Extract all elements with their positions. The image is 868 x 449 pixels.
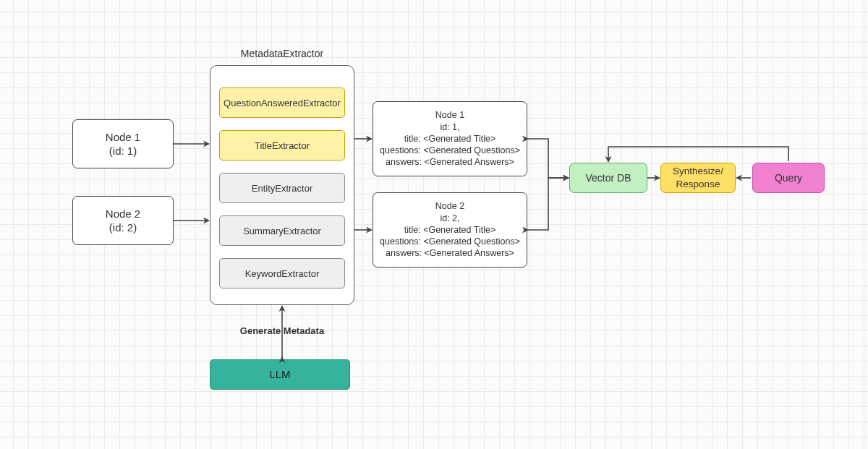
llm-box: LLM [210, 359, 350, 390]
output-node-2-answers: answers: <Generated Answers> [380, 247, 520, 259]
input-node-1-title: Node 1 [106, 130, 140, 145]
output-node-2-id: id: 2, [380, 213, 520, 224]
output-node-1-questions: questions: <Generated Questions> [380, 145, 520, 156]
vector-db-box: Vector DB [569, 163, 647, 193]
output-node-1: Node 1 id: 1, title: <Generated Title> q… [373, 101, 527, 176]
extractor-title: TitleExtractor [219, 130, 345, 161]
output-node-1-answers: answers: <Generated Answers> [380, 156, 520, 168]
output-node-2-questions: questions: <Generated Questions> [380, 236, 520, 247]
output-node-2-title: Node 2 [380, 200, 520, 212]
query-box: Query [752, 163, 825, 193]
input-node-2-id: (id: 2) [106, 221, 140, 235]
input-node-2: Node 2 (id: 2) [72, 196, 174, 245]
synth-line2: Response [673, 178, 723, 191]
input-node-1-id: (id: 1) [106, 144, 140, 158]
synthesize-response-box: Synthesize/ Response [660, 163, 736, 193]
extractor-entity: EntityExtractor [219, 173, 345, 203]
diagram-canvas: MetadataExtractor Node 1 (id: 1) Node 2 … [0, 0, 868, 449]
output-node-2-titleline: title: <Generated Title> [380, 224, 520, 236]
synth-line1: Synthesize/ [673, 165, 723, 178]
extractor-keyword: KeywordExtractor [219, 258, 345, 288]
extractor-question-answered: QuestionAnsweredExtractor [219, 87, 345, 118]
generate-metadata-label: Generate Metadata [210, 325, 354, 336]
output-node-2: Node 2 id: 2, title: <Generated Title> q… [373, 192, 527, 268]
output-node-1-title: Node 1 [380, 109, 520, 121]
metadata-extractor-title: MetadataExtractor [210, 48, 354, 59]
output-node-1-id: id: 1, [380, 121, 520, 133]
input-node-1: Node 1 (id: 1) [72, 119, 174, 168]
extractor-summary: SummaryExtractor [219, 215, 345, 246]
output-node-1-titleline: title: <Generated Title> [380, 133, 520, 145]
input-node-2-title: Node 2 [106, 207, 140, 221]
